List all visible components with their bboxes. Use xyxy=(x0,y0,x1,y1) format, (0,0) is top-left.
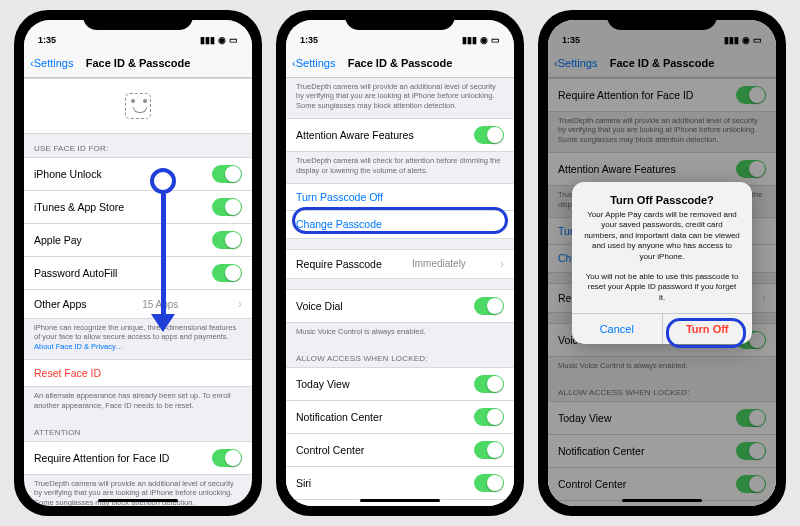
row-itunes[interactable]: iTunes & App Store xyxy=(24,191,252,224)
nav-bar: ‹ Settings Face ID & Passcode xyxy=(24,48,252,78)
status-icons: ▮▮▮ ◉ ▭ xyxy=(462,35,500,45)
footer-aaf: TrueDepth camera will check for attentio… xyxy=(286,152,514,183)
toggle[interactable] xyxy=(474,126,504,144)
label: Require Passcode xyxy=(296,258,382,270)
label: Password AutoFill xyxy=(34,267,117,279)
nav-bar: ‹ Settings Face ID & Passcode xyxy=(286,48,514,78)
toggle[interactable] xyxy=(474,408,504,426)
label: Apple Pay xyxy=(34,234,82,246)
row-password-autofill[interactable]: Password AutoFill xyxy=(24,257,252,290)
attention-header: ATTENTION xyxy=(24,418,252,441)
footer-recognize: iPhone can recognize the unique, three-d… xyxy=(24,319,252,359)
label: iPhone Unlock xyxy=(34,168,102,180)
label: Siri xyxy=(296,477,311,489)
label: Attention Aware Features xyxy=(296,129,414,141)
signal-icon: ▮▮▮ xyxy=(200,35,215,45)
content-2[interactable]: TrueDepth camera will provide an additio… xyxy=(286,78,514,506)
toggle[interactable] xyxy=(212,198,242,216)
label: Reset Face ID xyxy=(34,367,101,379)
row-change-passcode[interactable]: Change Passcode xyxy=(286,211,514,239)
row-turn-passcode-off[interactable]: Turn Passcode Off xyxy=(286,183,514,211)
faceid-graphic xyxy=(24,78,252,134)
row-notification-center[interactable]: Notification Center xyxy=(286,401,514,434)
row-require-attention[interactable]: Require Attention for Face ID xyxy=(24,441,252,475)
home-indicator[interactable] xyxy=(360,499,440,502)
alert-title: Turn Off Passcode? xyxy=(572,182,752,210)
footer-voice: Music Voice Control is always enabled. xyxy=(286,323,514,344)
about-link[interactable]: About Face ID & Privacy… xyxy=(34,342,123,351)
label: Today View xyxy=(296,378,350,390)
row-require-passcode[interactable]: Require Passcode Immediately xyxy=(286,249,514,279)
status-time: 1:35 xyxy=(300,35,318,45)
footer-truedepth: TrueDepth camera will provide an additio… xyxy=(286,78,514,118)
alert-buttons: Cancel Turn Off xyxy=(572,313,752,344)
alert-message-1: Your Apple Pay cards will be removed and… xyxy=(572,210,752,272)
row-reset-faceid[interactable]: Reset Face ID xyxy=(24,359,252,387)
row-iphone-unlock[interactable]: iPhone Unlock xyxy=(24,157,252,191)
label: Change Passcode xyxy=(296,218,382,230)
wifi-icon: ◉ xyxy=(218,35,226,45)
toggle[interactable] xyxy=(474,297,504,315)
row-other-apps[interactable]: Other Apps 15 Apps xyxy=(24,290,252,319)
turn-off-passcode-alert: Turn Off Passcode? Your Apple Pay cards … xyxy=(572,182,752,344)
label: Notification Center xyxy=(296,411,382,423)
notch xyxy=(345,10,455,30)
alert-backdrop: Turn Off Passcode? Your Apple Pay cards … xyxy=(548,20,776,506)
notch xyxy=(83,10,193,30)
battery-icon: ▭ xyxy=(491,35,500,45)
battery-icon: ▭ xyxy=(229,35,238,45)
phone-frame-3: 1:35 ▮▮▮ ◉ ▭ ‹ Settings Face ID & Passco… xyxy=(538,10,786,516)
home-indicator[interactable] xyxy=(98,499,178,502)
row-attention-aware[interactable]: Attention Aware Features xyxy=(286,118,514,152)
row-control-center[interactable]: Control Center xyxy=(286,434,514,467)
toggle[interactable] xyxy=(212,231,242,249)
alert-message-2: You will not be able to use this passcod… xyxy=(572,272,752,313)
row-apple-pay[interactable]: Apple Pay xyxy=(24,224,252,257)
label: Turn Passcode Off xyxy=(296,191,383,203)
use-faceid-header: USE FACE ID FOR: xyxy=(24,134,252,157)
nav-title: Face ID & Passcode xyxy=(286,57,514,69)
signal-icon: ▮▮▮ xyxy=(462,35,477,45)
phone-frame-1: 1:35 ▮▮▮ ◉ ▭ ‹ Settings Face ID & Passco… xyxy=(14,10,262,516)
notch xyxy=(607,10,717,30)
wifi-icon: ◉ xyxy=(480,35,488,45)
row-siri[interactable]: Siri xyxy=(286,467,514,500)
faceid-icon xyxy=(125,93,151,119)
label: Other Apps xyxy=(34,298,87,310)
toggle[interactable] xyxy=(212,165,242,183)
toggle[interactable] xyxy=(212,449,242,467)
footer-alternate: An alternate appearance has already been… xyxy=(24,387,252,418)
row-today-view[interactable]: Today View xyxy=(286,367,514,401)
toggle[interactable] xyxy=(474,375,504,393)
label: iTunes & App Store xyxy=(34,201,124,213)
screen-3: 1:35 ▮▮▮ ◉ ▭ ‹ Settings Face ID & Passco… xyxy=(548,20,776,506)
toggle[interactable] xyxy=(474,441,504,459)
allow-header: ALLOW ACCESS WHEN LOCKED: xyxy=(286,344,514,367)
content-1[interactable]: USE FACE ID FOR: iPhone Unlock iTunes & … xyxy=(24,78,252,506)
status-icons: ▮▮▮ ◉ ▭ xyxy=(200,35,238,45)
value: 15 Apps xyxy=(142,299,178,310)
label: Voice Dial xyxy=(296,300,343,312)
alert-turn-off-button[interactable]: Turn Off xyxy=(662,314,753,344)
value: Immediately xyxy=(412,258,466,269)
toggle[interactable] xyxy=(474,474,504,492)
label: Control Center xyxy=(296,444,364,456)
home-indicator[interactable] xyxy=(622,499,702,502)
label: Require Attention for Face ID xyxy=(34,452,169,464)
phone-frame-2: 1:35 ▮▮▮ ◉ ▭ ‹ Settings Face ID & Passco… xyxy=(276,10,524,516)
screen-1: 1:35 ▮▮▮ ◉ ▭ ‹ Settings Face ID & Passco… xyxy=(24,20,252,506)
toggle[interactable] xyxy=(212,264,242,282)
alert-cancel-button[interactable]: Cancel xyxy=(572,314,662,344)
row-voice-dial[interactable]: Voice Dial xyxy=(286,289,514,323)
screen-2: 1:35 ▮▮▮ ◉ ▭ ‹ Settings Face ID & Passco… xyxy=(286,20,514,506)
status-time: 1:35 xyxy=(38,35,56,45)
nav-title: Face ID & Passcode xyxy=(24,57,252,69)
